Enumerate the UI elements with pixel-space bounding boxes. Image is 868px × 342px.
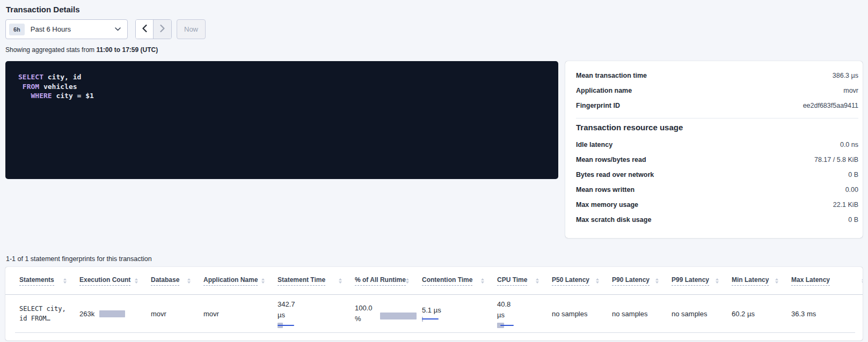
summary-row-bytes-read-over-network: Bytes read over network 0 B (576, 167, 858, 182)
column-header-database[interactable]: Database (151, 276, 203, 286)
aggregated-stats-caption: Showing aggregated stats from 11:00 to 1… (5, 46, 863, 54)
summary-label: Bytes read over network (576, 171, 654, 179)
p99-latency-cell: no samples (672, 310, 732, 318)
contention-time-cell: 5.1 µs (422, 306, 497, 322)
summary-row-mean-rows-written: Mean rows written 0.00 (576, 182, 858, 197)
column-header-percent-of-all-runtime[interactable]: % of All Runtime (355, 276, 422, 286)
time-controls: 6h Past 6 Hours Now (5, 19, 863, 39)
column-header-label: P99 Latency (672, 276, 709, 286)
summary-value: 0.0 ns (840, 141, 858, 148)
chevron-right-icon (160, 25, 165, 34)
sort-icon (187, 278, 191, 284)
column-header-p50-latency[interactable]: P50 Latency (552, 276, 612, 286)
min-latency-cell: 60.2 µs (732, 310, 791, 318)
now-button[interactable]: Now (177, 19, 206, 39)
column-header-max-latency[interactable]: Max Latency (791, 276, 863, 286)
contention-time-value: 5.1 µs (422, 306, 441, 314)
summary-label: Application name (576, 87, 632, 94)
column-header-min-latency[interactable]: Min Latency (732, 276, 791, 286)
column-header-execution-count[interactable]: Execution Count (79, 276, 151, 286)
execution-count-value: 263k (79, 310, 94, 318)
p50-latency-cell: no samples (552, 310, 612, 318)
page-title: Transaction Details (5, 4, 863, 14)
column-header-label: Min Latency (732, 276, 769, 286)
execution-count-bar (99, 310, 125, 317)
summary-value: 78.17 / 5.8 KiB (814, 156, 858, 163)
sort-icon (775, 278, 778, 284)
sort-icon (536, 278, 539, 284)
transaction-summary-card: Mean transaction time 386.3 µs Applicati… (565, 61, 863, 238)
sql-text: vehicles (39, 83, 77, 91)
statement-line: id FROM… (19, 315, 50, 322)
summary-row-mean-transaction-time: Mean transaction time 386.3 µs (576, 68, 858, 83)
statement-time-unit: µs (278, 310, 349, 321)
column-header-label: P90 Latency (612, 276, 650, 286)
summary-value: 0.00 (845, 186, 858, 194)
column-header-p90-latency[interactable]: P90 Latency (612, 276, 672, 286)
sort-icon (716, 278, 719, 284)
summary-row-mean-rows-bytes-read: Mean rows/bytes read 78.17 / 5.8 KiB (576, 152, 858, 167)
summary-row-fingerprint-id: Fingerprint ID ee2df683f5aa9411 (576, 98, 858, 113)
sort-icon (655, 278, 659, 284)
summary-row-max-scratch-disk-usage: Max scratch disk usage 0 B (576, 212, 858, 227)
column-header-statements[interactable]: Statements (19, 276, 79, 286)
contention-time-bar (422, 317, 439, 322)
column-header-label: P50 Latency (552, 276, 589, 286)
runtime-cell: 100.0 % (355, 303, 422, 324)
summary-value: 0 B (848, 216, 858, 224)
resource-usage-heading: Transaction resource usage (576, 123, 858, 132)
sql-statement-box: SELECT city, id FROM vehicles WHERE city… (5, 61, 558, 179)
column-header-application-name[interactable]: Application Name (203, 276, 278, 286)
statement-time-value: 342.7 (278, 299, 349, 310)
time-nav-group (135, 19, 172, 39)
column-header-label: Database (151, 276, 179, 286)
column-header-cpu-time[interactable]: CPU Time (497, 276, 552, 286)
cpu-time-value: 40.8 (497, 299, 546, 310)
summary-value: 386.3 µs (833, 72, 858, 79)
column-header-statement-time[interactable]: Statement Time (278, 276, 355, 286)
summary-value: 0 B (848, 171, 858, 179)
previous-interval-button[interactable] (136, 20, 154, 39)
sql-text: city, id (43, 73, 81, 81)
execution-count-cell: 263k (79, 310, 151, 318)
sort-icon (481, 278, 484, 284)
row-divider (15, 332, 855, 333)
summary-label: Fingerprint ID (576, 102, 620, 109)
sql-indent (18, 83, 23, 91)
sql-keyword: WHERE (31, 92, 52, 100)
column-header-label: % of All Runtime (355, 276, 406, 286)
runtime-bar (380, 313, 417, 319)
transaction-details-page: Transaction Details 6h Past 6 Hours Now (0, 0, 868, 340)
column-header-p99-latency[interactable]: P99 Latency (672, 276, 732, 286)
summary-label: Max memory usage (576, 201, 638, 209)
runtime-value: 100.0 (355, 303, 373, 314)
sql-keyword: SELECT (18, 73, 43, 81)
column-header-label: Execution Count (79, 276, 130, 286)
statement-time-bar (278, 323, 294, 328)
cpu-time-cell: 40.8 µs (497, 299, 552, 328)
statement-fingerprint-row[interactable]: SELECT city, id FROM… 263k movr movr 342… (5, 295, 863, 332)
sql-indent (18, 92, 31, 100)
stats-caption-prefix: Showing aggregated stats from (5, 46, 96, 54)
summary-row-application-name: Application name movr (576, 83, 858, 98)
statement-link[interactable]: SELECT city, id FROM… (19, 304, 79, 323)
summary-label: Mean rows/bytes read (576, 156, 646, 163)
summary-divider (576, 118, 858, 118)
sort-icon (339, 278, 342, 284)
column-header-contention-time[interactable]: Contention Time (422, 276, 497, 286)
summary-value: movr (843, 87, 858, 94)
database-cell: movr (151, 310, 203, 318)
chevron-left-icon (142, 25, 147, 34)
summary-value: 22.1 KiB (833, 201, 858, 209)
summary-label: Max scratch disk usage (576, 216, 651, 224)
summary-row-max-memory-usage: Max memory usage 22.1 KiB (576, 197, 858, 212)
column-header-label: Statement Time (278, 276, 325, 286)
runtime-unit: % (355, 314, 373, 324)
summary-label: Mean transaction time (576, 72, 647, 79)
time-range-dropdown[interactable]: 6h Past 6 Hours (5, 19, 128, 39)
summary-row-idle-latency: Idle latency 0.0 ns (576, 137, 858, 152)
column-header-label: Application Name (203, 276, 258, 286)
next-interval-button[interactable] (154, 20, 171, 39)
statements-table-header: Statements Execution Count Database Appl… (5, 267, 863, 295)
time-range-badge: 6h (9, 24, 25, 35)
